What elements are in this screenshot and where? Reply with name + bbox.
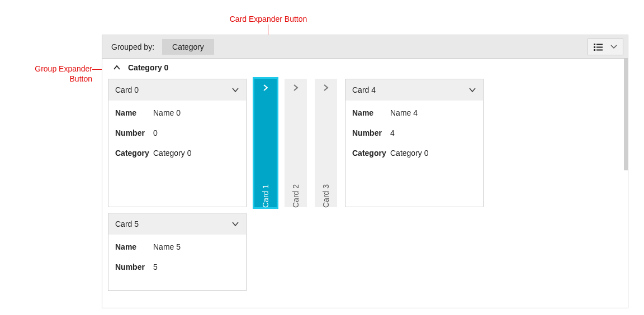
field-value-name: Name 5 bbox=[153, 242, 181, 251]
field-value-number: 5 bbox=[153, 262, 158, 271]
chevron-right-icon bbox=[323, 84, 329, 92]
field-row-category: Category Category 0 bbox=[114, 143, 240, 163]
svg-rect-3 bbox=[596, 47, 603, 48]
scroll-thumb[interactable] bbox=[624, 59, 628, 170]
field-row-number: Number 0 bbox=[114, 123, 240, 143]
view-options-dropdown[interactable] bbox=[588, 39, 623, 55]
card-collapse-button[interactable] bbox=[231, 221, 239, 227]
svg-rect-5 bbox=[596, 50, 603, 51]
chevron-up-icon bbox=[113, 65, 121, 70]
card-5-header: Card 5 bbox=[108, 213, 246, 235]
cards-row-2: Card 5 Name Name 5 Number 5 bbox=[102, 213, 628, 297]
card-2-title: Card 2 bbox=[291, 184, 300, 208]
card-0-body: Name Name 0 Number 0 Category Category 0 bbox=[108, 101, 246, 169]
card-expander-button[interactable] bbox=[290, 82, 301, 93]
svg-rect-2 bbox=[594, 46, 595, 48]
card-view-panel: Grouped by: Category bbox=[102, 35, 628, 308]
svg-rect-1 bbox=[596, 44, 603, 45]
chevron-right-icon bbox=[292, 84, 299, 92]
group-expander-button[interactable] bbox=[112, 63, 121, 72]
field-label-number: Number bbox=[115, 128, 153, 137]
chevron-down-icon bbox=[610, 45, 617, 49]
field-value-name: Name 0 bbox=[153, 108, 181, 117]
group-field-chip[interactable]: Category bbox=[162, 39, 214, 55]
field-label-category: Category bbox=[352, 149, 390, 157]
card-3-title: Card 3 bbox=[321, 184, 330, 208]
card-expander-button[interactable] bbox=[320, 82, 332, 93]
card-0-header: Card 0 bbox=[108, 79, 246, 101]
card-0[interactable]: Card 0 Name Name 0 Number 0 Cate bbox=[108, 79, 247, 207]
field-value-number: 4 bbox=[390, 128, 395, 137]
svg-rect-4 bbox=[594, 49, 595, 51]
field-row-name: Name Name 4 bbox=[351, 103, 477, 123]
field-row-name: Name Name 0 bbox=[114, 103, 240, 123]
list-view-icon bbox=[594, 43, 603, 51]
annotation-group-expander: Group Expander Button bbox=[11, 64, 92, 84]
annotation-card-expander: Card Expander Button bbox=[212, 14, 324, 24]
card-4[interactable]: Card 4 Name Name 4 Number 4 Cate bbox=[345, 79, 484, 207]
chevron-right-icon bbox=[262, 84, 269, 92]
field-label-number: Number bbox=[115, 262, 153, 271]
field-label-category: Category bbox=[115, 149, 153, 157]
chevron-down-icon bbox=[468, 87, 476, 93]
field-label-number: Number bbox=[352, 128, 390, 137]
card-collapse-button[interactable] bbox=[468, 87, 476, 93]
svg-rect-0 bbox=[594, 44, 595, 45]
group-header: Category 0 bbox=[102, 59, 628, 77]
card-0-title: Card 0 bbox=[115, 85, 139, 94]
card-3-collapsed[interactable]: Card 3 bbox=[315, 79, 337, 207]
chevron-down-icon bbox=[231, 87, 239, 93]
chevron-down-icon bbox=[231, 221, 239, 227]
field-label-name: Name bbox=[115, 242, 153, 251]
card-5-body: Name Name 5 Number 5 bbox=[108, 235, 246, 283]
grouped-by-label: Grouped by: bbox=[111, 42, 154, 51]
card-5[interactable]: Card 5 Name Name 5 Number 5 bbox=[108, 213, 247, 291]
card-2-collapsed[interactable]: Card 2 bbox=[285, 79, 307, 207]
field-value-category: Category 0 bbox=[390, 149, 428, 157]
field-row-name: Name Name 5 bbox=[114, 237, 240, 257]
card-5-title: Card 5 bbox=[115, 219, 139, 228]
card-4-title: Card 4 bbox=[352, 85, 376, 94]
field-value-number: 0 bbox=[153, 128, 158, 137]
card-4-header: Card 4 bbox=[345, 79, 483, 101]
card-1-title: Card 1 bbox=[261, 184, 270, 208]
card-collapse-button[interactable] bbox=[231, 87, 239, 93]
field-label-name: Name bbox=[352, 108, 390, 117]
field-row-number: Number 5 bbox=[114, 257, 240, 277]
cards-row-1: Card 0 Name Name 0 Number 0 Cate bbox=[102, 77, 628, 213]
group-toolbar: Grouped by: Category bbox=[102, 35, 628, 59]
field-value-name: Name 4 bbox=[390, 108, 418, 117]
vertical-scrollbar[interactable] bbox=[624, 59, 628, 308]
card-4-body: Name Name 4 Number 4 Category Category 0 bbox=[345, 101, 483, 169]
field-row-category: Category Category 0 bbox=[351, 143, 477, 163]
field-value-category: Category 0 bbox=[153, 149, 191, 157]
field-row-number: Number 4 bbox=[351, 123, 477, 143]
card-1-collapsed[interactable]: Card 1 bbox=[254, 79, 277, 207]
field-label-name: Name bbox=[115, 108, 153, 117]
group-title: Category 0 bbox=[128, 63, 168, 72]
content-area: Category 0 Card 0 Name Name 0 bbox=[102, 59, 628, 308]
card-expander-button[interactable] bbox=[260, 82, 271, 93]
